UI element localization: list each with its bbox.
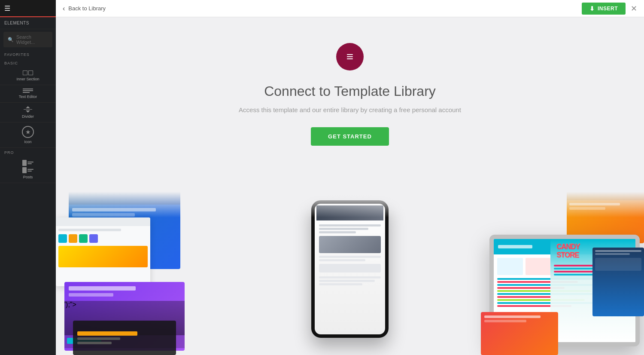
sidebar-header: ☰ [0,0,56,17]
widget-label: Divider [22,114,34,119]
widget-label: Text Editor [19,95,37,99]
search-bar[interactable]: 🔍 Search Widget... [3,32,52,47]
connect-title: Connect to Template Library [264,83,436,99]
insert-button[interactable]: ⬇ INSERT [582,3,626,15]
mockup-area: ');"> [56,192,644,355]
widget-label: Posts [23,175,33,179]
modal-body: ≡ Connect to Template Library Access thi… [56,17,644,355]
text-lines-icon [23,89,33,93]
main-content: ‹ Back to Library ⬇ INSERT ✕ ≡ Connect t… [56,0,644,355]
widget-text-editor[interactable]: Text Editor [0,85,56,103]
widget-divider[interactable]: Divider [0,103,56,122]
posts-icon [22,160,33,173]
hamburger-icon[interactable]: ☰ [4,4,10,12]
back-arrow-icon: ‹ [63,5,65,12]
sidebar-tab-label: ELEMENTS [0,17,56,29]
phone-mockup [311,200,389,338]
search-placeholder: Search Widget... [16,34,48,45]
insert-label: INSERT [598,6,618,12]
connect-section: ≡ Connect to Template Library Access thi… [239,17,461,146]
insert-download-icon: ⬇ [589,5,595,12]
widget-label: Icon [24,140,31,144]
widget-posts[interactable]: Posts [0,156,56,183]
elementor-logo-letter: ≡ [346,51,353,63]
close-button[interactable]: ✕ [631,4,637,13]
widget-icon[interactable]: ★ Icon [0,122,56,148]
section-label-basic: BASIC [0,58,56,67]
back-label: Back to Library [68,5,106,12]
widget-inner-section[interactable]: Inner Section [0,67,56,85]
header-actions: ⬇ INSERT ✕ [582,3,637,15]
widget-label: Inner Section [16,77,39,81]
back-to-library-button[interactable]: ‹ Back to Library [63,5,106,12]
connect-subtitle: Access this template and our entire libr… [239,106,461,113]
get-started-button[interactable]: GET STARTED [311,127,389,146]
section-label-favorites: FAVORITES [0,50,56,58]
divider-icon [24,106,32,113]
modal-header: ‹ Back to Library ⬇ INSERT ✕ [56,0,644,17]
search-icon: 🔍 [8,37,14,43]
elementor-logo: ≡ [336,43,364,70]
star-icon: ★ [22,126,34,138]
section-label-pro: PRO [0,148,56,156]
sidebar: ☰ ELEMENTS 🔍 Search Widget... FAVORITES … [0,0,56,355]
gradient-overlay-top [56,192,644,217]
